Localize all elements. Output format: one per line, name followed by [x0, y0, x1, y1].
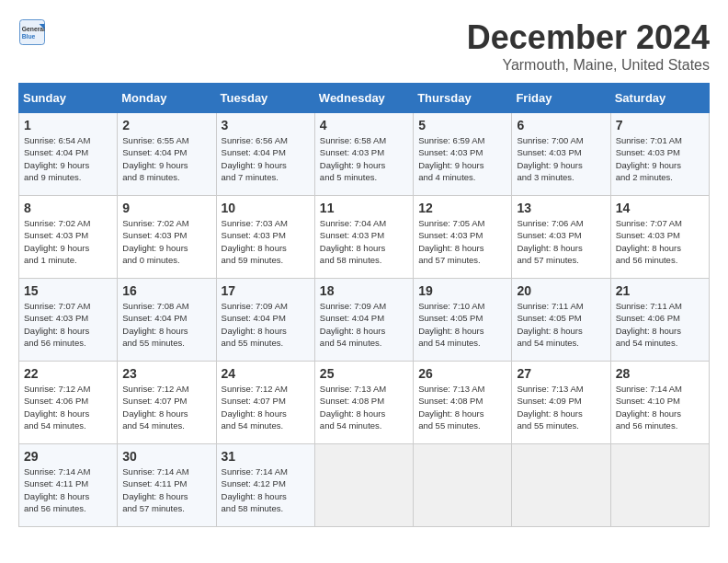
calendar-day-cell: 17Sunrise: 7:09 AMSunset: 4:04 PMDayligh…: [216, 279, 314, 362]
day-number: 1: [24, 118, 112, 132]
calendar-week-row: 22Sunrise: 7:12 AMSunset: 4:06 PMDayligh…: [19, 362, 710, 444]
calendar-day-cell: 14Sunrise: 7:07 AMSunset: 4:03 PMDayligh…: [610, 196, 709, 279]
svg-rect-0: [20, 20, 45, 45]
day-info: Sunrise: 7:06 AMSunset: 4:03 PMDaylight:…: [517, 217, 605, 266]
day-number: 8: [24, 201, 112, 215]
calendar-day-cell: 24Sunrise: 7:12 AMSunset: 4:07 PMDayligh…: [216, 362, 314, 444]
calendar-day-cell: 31Sunrise: 7:14 AMSunset: 4:12 PMDayligh…: [216, 444, 314, 527]
day-number: 23: [122, 366, 210, 381]
calendar-day-cell: 1Sunrise: 6:54 AMSunset: 4:04 PMDaylight…: [19, 113, 118, 196]
day-number: 4: [320, 118, 408, 132]
day-number: 29: [24, 449, 112, 464]
calendar-day-cell: [314, 444, 413, 527]
column-header-friday: Friday: [512, 84, 610, 113]
svg-text:Blue: Blue: [22, 33, 36, 40]
day-number: 25: [320, 366, 408, 381]
calendar-day-cell: 29Sunrise: 7:14 AMSunset: 4:11 PMDayligh…: [19, 444, 118, 527]
day-number: 22: [24, 366, 112, 381]
day-number: 14: [616, 201, 704, 215]
day-info: Sunrise: 6:55 AMSunset: 4:04 PMDaylight:…: [122, 134, 210, 183]
calendar-day-cell: 7Sunrise: 7:01 AMSunset: 4:03 PMDaylight…: [610, 113, 709, 196]
calendar-day-cell: 11Sunrise: 7:04 AMSunset: 4:03 PMDayligh…: [314, 196, 413, 279]
day-number: 15: [24, 283, 112, 298]
column-header-tuesday: Tuesday: [216, 84, 314, 113]
day-number: 9: [122, 201, 210, 215]
column-header-sunday: Sunday: [19, 84, 118, 113]
day-number: 18: [320, 283, 408, 298]
day-number: 16: [122, 283, 210, 298]
day-number: 6: [517, 118, 605, 132]
day-number: 10: [222, 201, 310, 215]
day-info: Sunrise: 7:05 AMSunset: 4:03 PMDaylight:…: [418, 217, 506, 266]
calendar-week-row: 15Sunrise: 7:07 AMSunset: 4:03 PMDayligh…: [19, 279, 710, 362]
day-number: 7: [616, 118, 704, 132]
day-info: Sunrise: 6:59 AMSunset: 4:03 PMDaylight:…: [418, 134, 506, 183]
day-info: Sunrise: 7:09 AMSunset: 4:04 PMDaylight:…: [222, 300, 310, 349]
day-info: Sunrise: 6:56 AMSunset: 4:04 PMDaylight:…: [222, 134, 310, 183]
day-info: Sunrise: 7:13 AMSunset: 4:09 PMDaylight:…: [517, 383, 605, 431]
calendar-title: December 2024: [467, 18, 710, 57]
day-number: 31: [222, 449, 310, 464]
title-block: December 2024 Yarmouth, Maine, United St…: [467, 18, 710, 74]
calendar-day-cell: 3Sunrise: 6:56 AMSunset: 4:04 PMDaylight…: [216, 113, 314, 196]
column-header-wednesday: Wednesday: [314, 84, 413, 113]
calendar-day-cell: 21Sunrise: 7:11 AMSunset: 4:06 PMDayligh…: [610, 279, 709, 362]
column-header-thursday: Thursday: [414, 84, 512, 113]
calendar-day-cell: 30Sunrise: 7:14 AMSunset: 4:11 PMDayligh…: [118, 444, 216, 527]
day-info: Sunrise: 7:08 AMSunset: 4:04 PMDaylight:…: [122, 300, 210, 349]
day-info: Sunrise: 7:07 AMSunset: 4:03 PMDaylight:…: [616, 217, 704, 266]
calendar-day-cell: 12Sunrise: 7:05 AMSunset: 4:03 PMDayligh…: [414, 196, 512, 279]
day-number: 2: [122, 118, 210, 132]
calendar-day-cell: [414, 444, 512, 527]
day-info: Sunrise: 7:09 AMSunset: 4:04 PMDaylight:…: [320, 300, 408, 349]
calendar-day-cell: 9Sunrise: 7:02 AMSunset: 4:03 PMDaylight…: [118, 196, 216, 279]
calendar-day-cell: 8Sunrise: 7:02 AMSunset: 4:03 PMDaylight…: [19, 196, 118, 279]
column-header-monday: Monday: [118, 84, 216, 113]
calendar-table: SundayMondayTuesdayWednesdayThursdayFrid…: [18, 83, 710, 527]
calendar-day-cell: 6Sunrise: 7:00 AMSunset: 4:03 PMDaylight…: [512, 113, 610, 196]
calendar-day-cell: 2Sunrise: 6:55 AMSunset: 4:04 PMDaylight…: [118, 113, 216, 196]
calendar-day-cell: 4Sunrise: 6:58 AMSunset: 4:03 PMDaylight…: [314, 113, 413, 196]
calendar-body: 1Sunrise: 6:54 AMSunset: 4:04 PMDaylight…: [19, 113, 710, 527]
day-number: 30: [122, 449, 210, 464]
day-number: 19: [418, 283, 506, 298]
calendar-day-cell: 26Sunrise: 7:13 AMSunset: 4:08 PMDayligh…: [414, 362, 512, 444]
day-info: Sunrise: 7:07 AMSunset: 4:03 PMDaylight:…: [24, 300, 112, 349]
day-info: Sunrise: 7:13 AMSunset: 4:08 PMDaylight:…: [320, 383, 408, 431]
calendar-day-cell: 28Sunrise: 7:14 AMSunset: 4:10 PMDayligh…: [610, 362, 709, 444]
logo: General Blue: [18, 18, 46, 46]
calendar-day-cell: [610, 444, 709, 527]
day-number: 5: [418, 118, 506, 132]
column-header-saturday: Saturday: [610, 84, 709, 113]
calendar-day-cell: 10Sunrise: 7:03 AMSunset: 4:03 PMDayligh…: [216, 196, 314, 279]
calendar-day-cell: 15Sunrise: 7:07 AMSunset: 4:03 PMDayligh…: [19, 279, 118, 362]
day-number: 28: [616, 366, 704, 381]
day-number: 3: [222, 118, 310, 132]
calendar-day-cell: 16Sunrise: 7:08 AMSunset: 4:04 PMDayligh…: [118, 279, 216, 362]
day-info: Sunrise: 7:12 AMSunset: 4:07 PMDaylight:…: [122, 383, 210, 431]
day-number: 21: [616, 283, 704, 298]
day-number: 27: [517, 366, 605, 381]
day-number: 11: [320, 201, 408, 215]
calendar-day-cell: 20Sunrise: 7:11 AMSunset: 4:05 PMDayligh…: [512, 279, 610, 362]
calendar-week-row: 29Sunrise: 7:14 AMSunset: 4:11 PMDayligh…: [19, 444, 710, 527]
day-info: Sunrise: 7:12 AMSunset: 4:07 PMDaylight:…: [222, 383, 310, 431]
calendar-subtitle: Yarmouth, Maine, United States: [467, 57, 710, 74]
day-info: Sunrise: 7:14 AMSunset: 4:12 PMDaylight:…: [222, 465, 310, 514]
day-info: Sunrise: 7:14 AMSunset: 4:11 PMDaylight:…: [122, 465, 210, 514]
calendar-day-cell: [512, 444, 610, 527]
calendar-day-cell: 19Sunrise: 7:10 AMSunset: 4:05 PMDayligh…: [414, 279, 512, 362]
calendar-day-cell: 5Sunrise: 6:59 AMSunset: 4:03 PMDaylight…: [414, 113, 512, 196]
day-info: Sunrise: 7:11 AMSunset: 4:05 PMDaylight:…: [517, 300, 605, 349]
day-info: Sunrise: 7:12 AMSunset: 4:06 PMDaylight:…: [24, 383, 112, 431]
day-number: 12: [418, 201, 506, 215]
day-info: Sunrise: 7:02 AMSunset: 4:03 PMDaylight:…: [24, 217, 112, 266]
day-info: Sunrise: 7:03 AMSunset: 4:03 PMDaylight:…: [222, 217, 310, 266]
calendar-day-cell: 25Sunrise: 7:13 AMSunset: 4:08 PMDayligh…: [314, 362, 413, 444]
day-number: 13: [517, 201, 605, 215]
calendar-header-row: SundayMondayTuesdayWednesdayThursdayFrid…: [19, 84, 710, 113]
day-info: Sunrise: 7:13 AMSunset: 4:08 PMDaylight:…: [418, 383, 506, 431]
day-info: Sunrise: 7:02 AMSunset: 4:03 PMDaylight:…: [122, 217, 210, 266]
day-number: 20: [517, 283, 605, 298]
calendar-day-cell: 13Sunrise: 7:06 AMSunset: 4:03 PMDayligh…: [512, 196, 610, 279]
